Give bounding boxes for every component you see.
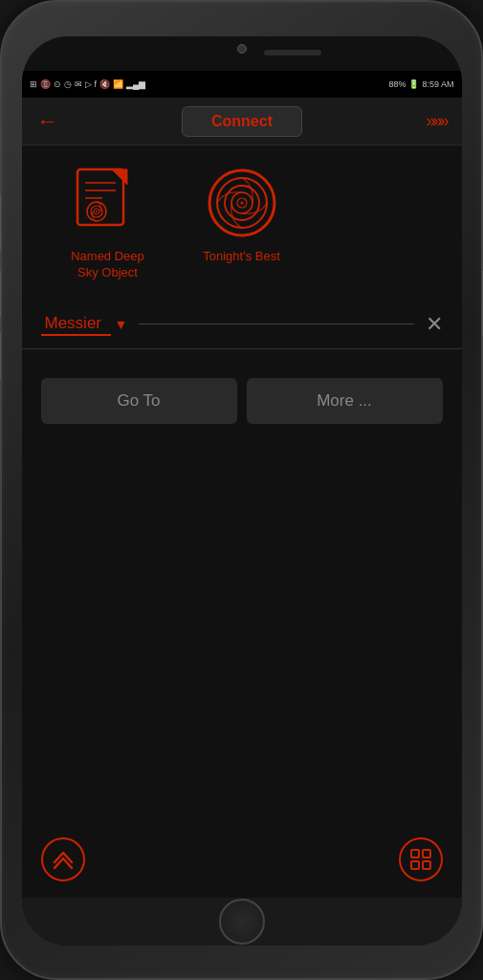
named-deep-sky-item[interactable]: Named DeepSky Object (51, 165, 165, 281)
svg-rect-15 (423, 850, 430, 858)
search-line-divider (139, 323, 413, 324)
more-button[interactable]: More ... (247, 378, 443, 424)
tonights-best-icon (204, 165, 280, 241)
object-icons-grid: Named DeepSky Object (22, 145, 462, 291)
gallery-icon: ⊞ (30, 79, 37, 89)
navigation-bar: ← Connect »»» (22, 98, 462, 145)
content-spacer (22, 443, 462, 831)
battery-percent: 88% (388, 79, 406, 89)
status-right: 88% 🔋 8:59 AM (388, 79, 453, 89)
named-deep-sky-icon (70, 165, 146, 241)
clear-button[interactable]: ✕ (426, 312, 443, 337)
home-button[interactable] (219, 899, 265, 945)
tonights-best-item[interactable]: Tonight's Best (185, 165, 299, 265)
dropdown-arrow-icon[interactable]: ▼ (115, 317, 128, 332)
mute-icon: 🔇 (99, 79, 110, 89)
tonights-best-label: Tonight's Best (203, 249, 280, 265)
app-content: Named DeepSky Object (22, 145, 462, 898)
forward-arrows-button[interactable]: »»» (426, 111, 446, 131)
svg-point-13 (240, 202, 243, 205)
phone-screen: ⊞ 📵 ⊙ ◷ ✉ ▷ f 🔇 📶 ▂▄▆ 88% 🔋 8:59 AM ← Co… (22, 36, 462, 946)
svg-rect-16 (411, 861, 419, 869)
svg-rect-14 (411, 850, 419, 858)
sim-icon: 📵 (40, 79, 51, 89)
volume-down-button[interactable] (0, 332, 1, 380)
connect-button[interactable]: Connect (182, 106, 302, 137)
status-icons-left: ⊞ 📵 ⊙ ◷ ✉ ▷ f 🔇 📶 ▂▄▆ (30, 79, 146, 89)
status-bar: ⊞ 📵 ⊙ ◷ ✉ ▷ f 🔇 📶 ▂▄▆ 88% 🔋 8:59 AM (22, 71, 462, 98)
play-icon: ▷ (85, 79, 92, 89)
home-button-area (22, 898, 462, 946)
volume-up-button[interactable] (0, 270, 1, 318)
named-deep-sky-label: Named DeepSky Object (71, 249, 144, 281)
signal-icon: ▂▄▆ (126, 79, 145, 89)
action-buttons-row: Go To More ... (22, 349, 462, 443)
up-arrows-button[interactable] (41, 837, 85, 881)
grid-button[interactable] (399, 837, 443, 881)
back-button[interactable]: ← (37, 109, 58, 134)
svg-rect-0 (77, 169, 123, 225)
dropdown-row: Messier NGC IC Caldwell ▼ ✕ (22, 301, 462, 349)
phone-top-area (22, 36, 462, 71)
catalog-dropdown[interactable]: Messier NGC IC Caldwell (41, 312, 111, 336)
speaker (264, 50, 321, 56)
phone-frame: ⊞ 📵 ⊙ ◷ ✉ ▷ f 🔇 📶 ▂▄▆ 88% 🔋 8:59 AM ← Co… (0, 0, 483, 980)
camera (237, 44, 247, 54)
time-display: 8:59 AM (422, 79, 453, 89)
svg-rect-17 (423, 861, 430, 869)
goto-button[interactable]: Go To (41, 378, 237, 424)
clock-icon: ◷ (64, 79, 72, 89)
mail-icon: ✉ (75, 79, 82, 89)
facebook-icon: f (95, 79, 98, 89)
svg-point-7 (96, 211, 98, 212)
wifi-icon: 📶 (113, 79, 123, 89)
battery-icon: 🔋 (408, 79, 419, 89)
bottom-toolbar (22, 831, 462, 898)
whatsapp-icon: ⊙ (54, 79, 61, 89)
